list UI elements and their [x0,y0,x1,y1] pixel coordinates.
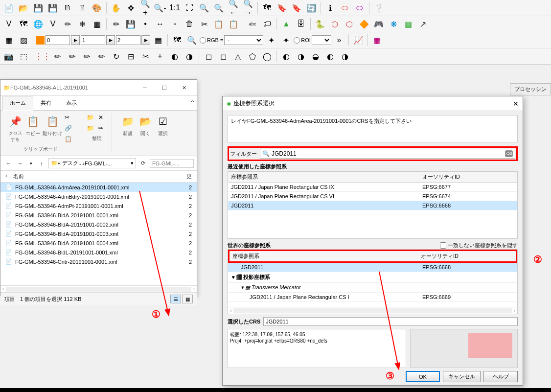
band2-next[interactable]: ▶ [106,35,115,45]
identify-icon[interactable]: ℹ [323,1,337,15]
geo1-icon[interactable]: ◐ [279,49,293,63]
back-button[interactable]: ← [3,159,13,168]
bc-part-1[interactable]: FG-GML-... [85,161,112,166]
vector-layer-icon[interactable]: V [2,17,16,31]
ellipse-icon[interactable]: ⬭ [353,1,367,15]
move-feat-icon[interactable]: ↔ [153,17,167,31]
back-small-icon[interactable]: ‹ [5,173,13,180]
world-crs-row[interactable]: ▾ ▦ 投影座標系 [228,272,517,283]
saveas-icon[interactable]: 💾 [46,1,60,15]
minimize-button[interactable]: ─ [135,82,155,93]
label-icon[interactable]: 🏷 [260,17,274,31]
open-icon[interactable]: 📂 [17,1,30,15]
new-memory-icon[interactable]: ❄ [75,17,89,31]
col-other-header[interactable]: 更 [186,173,192,180]
file-row[interactable]: 📄FG-GML-533946-AdmPt-20191001-0001.xml2 [0,201,197,210]
tab-home[interactable]: ホーム [2,96,33,111]
file-row[interactable]: 📄FG-GML-533946-BldA-20191001-0003.xml2 [0,229,197,238]
band3-input[interactable] [116,35,140,45]
shape3-icon[interactable]: △ [231,49,245,63]
layout-mgr-icon[interactable]: 🗎 [75,1,89,15]
new-bookmark-icon[interactable]: 🔖 [275,1,289,15]
copyto-icon[interactable]: 📁 [86,124,96,134]
band1-next[interactable]: ▶ [71,35,80,45]
edit10-icon[interactable]: ◑ [183,49,196,63]
edit9-icon[interactable]: ◐ [168,49,182,63]
view-large-icon[interactable]: ▦ [182,295,193,303]
cam-icon[interactable]: 📷 [2,49,16,63]
filter-input[interactable] [272,150,503,157]
band3-next[interactable]: ▶ [141,35,150,45]
new-map-icon[interactable]: 🗺 [260,1,274,15]
python-icon[interactable]: 🐍 [313,17,327,31]
roi-tool1-icon[interactable]: ✦ [264,33,278,47]
refresh-icon[interactable]: 🔄 [304,1,318,15]
wms-layer-icon[interactable]: 🌐 [31,17,45,31]
file-row[interactable]: 📄FG-GML-533946-BldL-20191001-0001.xml2 [0,248,197,257]
zoom-in-icon[interactable]: 🔍+ [138,1,152,15]
abc-icon[interactable]: abc [246,17,259,31]
geo3-icon[interactable]: ◒ [309,49,322,63]
roi-radio[interactable] [294,37,300,44]
pan-selection-icon[interactable]: ✥ [124,1,138,15]
world-col-crs[interactable]: 座標参照系 [230,251,418,261]
zoom-full-icon[interactable]: ⛶ [183,1,196,15]
delete-icon[interactable]: ✕ [98,114,108,123]
edit2-icon[interactable]: ✏ [65,49,79,63]
crs-close-button[interactable]: ✕ [513,100,519,108]
pan-icon[interactable]: ✋ [109,1,123,15]
band1-input[interactable] [46,35,70,45]
plugin7-icon[interactable]: ↗ [416,17,430,31]
moveto-icon[interactable]: 📁 [86,114,96,123]
select-icon[interactable]: ☑ [155,114,171,129]
plugin6-icon[interactable]: ▦ [401,17,415,31]
dots-icon[interactable]: ⋮⋮ [36,49,49,63]
hide-unmatched-checkbox[interactable]: 一致しない座標参照系を隠す [440,242,518,249]
bc-drop-icon[interactable]: ▾ [131,160,134,166]
recent-crs-row[interactable]: JGD2011EPSG:6668 [228,201,517,210]
world-crs-row[interactable]: ▾ ▦ Transverse Mercator [228,283,517,293]
zoom-roi-icon[interactable]: 🗺 [170,33,184,47]
rgb-select[interactable]: - [224,35,263,45]
chart-icon[interactable]: 📈 [351,33,365,47]
save-icon[interactable]: 💾 [31,1,45,15]
zoom-out-icon[interactable]: 🔍- [153,1,167,15]
shape4-icon[interactable]: ⬠ [246,49,259,63]
band-color-icon[interactable] [36,36,45,45]
recent-col-crs[interactable]: 座標参照系 [228,172,419,182]
cut-sm-icon[interactable]: ✂ [64,114,74,123]
open-rib-icon[interactable]: 📂 [138,114,153,129]
poly-icon[interactable]: ⬭ [338,1,352,15]
img1-icon[interactable]: ▦ [2,33,16,47]
file-row[interactable]: 📄FG-GML-533946-AdmArea-20191001-0001.xml… [0,183,197,192]
band2-input[interactable] [81,35,105,45]
recent-crs-row[interactable]: JGD2011 / Japan Plane Rectangular CS VIE… [228,192,517,201]
ribbon-collapse-icon[interactable]: ^ [188,96,197,110]
copy-feat-icon[interactable]: 📋 [212,17,226,31]
edit4-icon[interactable]: ✏ [94,49,108,63]
plugin1-icon[interactable]: ⬡ [328,17,342,31]
geo5-icon[interactable]: ◑ [338,49,352,63]
layout-icon[interactable]: 🗎 [61,1,74,15]
node-icon[interactable]: ◦ [168,17,182,31]
plugin3-icon[interactable]: 🔶 [357,17,371,31]
roi-select[interactable] [312,35,331,45]
refresh-bc-button[interactable]: ⟳ [138,159,148,168]
ok-button[interactable]: OK [406,371,440,382]
file-row[interactable]: 📄FG-GML-533946-BldA-20191001-0004.xml2 [0,238,197,248]
recent-col-auth[interactable]: オーソリティID [419,172,517,182]
band-apply-icon[interactable]: ▦ [151,33,165,47]
edit6-icon[interactable]: ⊟ [124,49,138,63]
edit7-icon[interactable]: ✂ [138,49,152,63]
file-row[interactable]: 📄FG-GML-533946-Cntr-20191001-0001.xml2 [0,257,197,266]
add-feat-icon[interactable]: • [138,17,152,31]
copypath-sm-icon[interactable]: 🔗 [64,124,74,134]
maximize-button[interactable]: ☐ [155,82,174,93]
zoom-native-icon[interactable]: 1:1 [168,1,182,15]
show-bookmark-icon[interactable]: 🔖 [290,1,303,15]
pin-icon[interactable]: 📌 [7,114,23,129]
clear-filter-icon[interactable]: ⌫ [505,150,513,157]
scroll-left-icon[interactable]: ‹ [0,286,6,292]
edit8-icon[interactable]: + [153,49,167,63]
edit3-icon[interactable]: ✏ [80,49,93,63]
